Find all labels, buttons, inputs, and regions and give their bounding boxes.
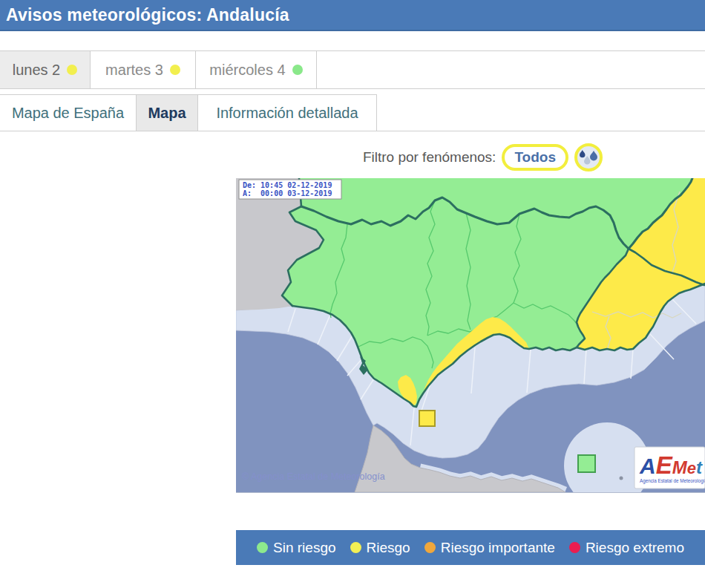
tab-day-label: lunes 2	[13, 62, 61, 79]
risk-dot-yellow	[170, 65, 180, 75]
legend-label: Riesgo importante	[441, 540, 555, 556]
legend-label: Riesgo extremo	[586, 540, 684, 556]
warning-map-andalucia[interactable]: De: 10:45 02-12-2019 A: 00:00 03-12-2019…	[236, 178, 705, 493]
tab-informacion-detallada[interactable]: Información detallada	[198, 94, 377, 131]
legend-label: Riesgo	[367, 540, 410, 556]
legend-dot-red	[569, 542, 580, 553]
ceuta-marker[interactable]	[419, 411, 435, 426]
aemet-logo: AEMet Agencia Estatal de Meteorología	[634, 447, 705, 489]
legend-dot-yellow	[350, 542, 361, 553]
legend-item-sin-riesgo: Sin riesgo	[257, 540, 336, 556]
tab-label: Información detallada	[216, 105, 358, 122]
avisos-page: Avisos meteorológicos: Andalucía lunes 2…	[0, 0, 705, 588]
tab-day-martes[interactable]: martes 3	[91, 51, 196, 88]
view-tabs: Mapa de España Mapa Información detallad…	[0, 94, 705, 131]
tab-day-lunes[interactable]: lunes 2	[0, 51, 91, 88]
filter-label: Filtro por fenómenos:	[363, 149, 496, 166]
map-copyright: © Agencia Estatal de Meteorología	[242, 471, 385, 482]
page-header: Avisos meteorológicos: Andalucía	[0, 0, 705, 31]
tab-mapa[interactable]: Mapa	[137, 94, 198, 131]
legend-label: Sin riesgo	[273, 540, 336, 556]
legend-item-riesgo-importante: Riesgo importante	[424, 540, 555, 556]
valid-to-text: A: 00:00 03-12-2019	[243, 189, 332, 197]
risk-dot-green	[292, 65, 303, 75]
legend-dot-green	[257, 542, 268, 553]
tab-day-miercoles[interactable]: miércoles 4	[196, 51, 317, 88]
melilla-marker[interactable]	[578, 455, 595, 472]
tab-label: Mapa	[148, 105, 186, 122]
rain-drops-icon	[578, 148, 599, 167]
legend-item-riesgo-extremo: Riesgo extremo	[569, 540, 684, 556]
tab-day-label: martes 3	[105, 62, 163, 79]
filter-all-button[interactable]: Todos	[502, 144, 568, 171]
valid-from-text: De: 10:45 02-12-2019	[243, 181, 332, 189]
alboran-island-dot	[620, 477, 623, 480]
risk-legend: Sin riesgo Riesgo Riesgo importante Ries…	[236, 530, 705, 565]
page-title: Avisos meteorológicos: Andalucía	[0, 5, 289, 25]
phenomena-filter: Filtro por fenómenos: Todos	[363, 139, 603, 176]
day-tabs: lunes 2 martes 3 miércoles 4	[0, 50, 705, 89]
map-canvas: De: 10:45 02-12-2019 A: 00:00 03-12-2019…	[236, 178, 705, 492]
legend-dot-orange	[424, 542, 436, 553]
tab-mapa-espana[interactable]: Mapa de España	[0, 94, 137, 131]
validity-box: De: 10:45 02-12-2019 A: 00:00 03-12-2019	[239, 180, 341, 199]
risk-dot-yellow	[67, 65, 77, 75]
aemet-logo-subtitle: Agencia Estatal de Meteorología	[640, 478, 705, 484]
tab-day-label: miércoles 4	[209, 62, 285, 79]
tab-label: Mapa de España	[12, 105, 124, 122]
legend-item-riesgo: Riesgo	[350, 540, 410, 556]
rain-filter-button[interactable]	[574, 143, 603, 172]
